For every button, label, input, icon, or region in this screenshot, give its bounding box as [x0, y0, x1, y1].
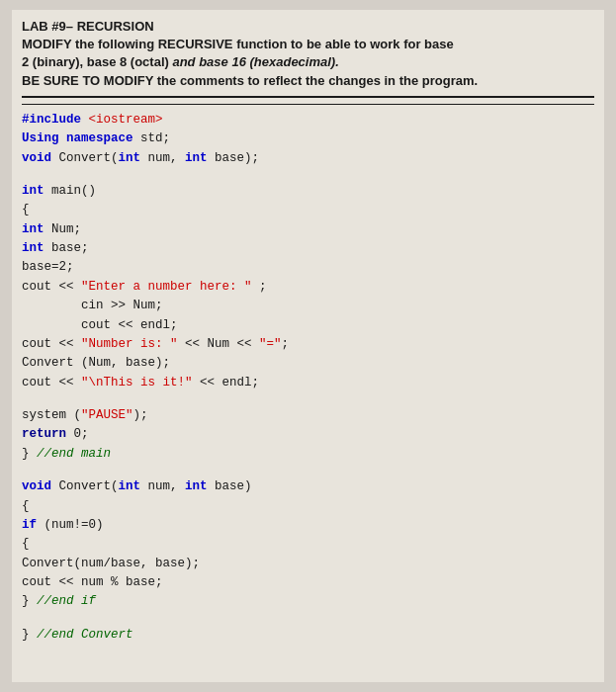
title-line4: BE SURE TO MODIFY the comments to reflec… [22, 72, 594, 90]
base-assign-line: base=2; [22, 258, 594, 277]
end-if-line: } //end if [22, 592, 594, 611]
empty2 [22, 392, 594, 406]
end-main-line: } //end main [22, 445, 594, 464]
title-line3: 2 (binary), base 8 (octal) and base 16 (… [22, 53, 594, 71]
int-base-line: int base; [22, 239, 594, 258]
title-line1: LAB #9– RECURSION [22, 18, 594, 36]
return0-line: return 0; [22, 425, 594, 444]
include-line: #include <iostream> [22, 111, 594, 130]
empty4 [22, 612, 594, 626]
be-sure-text: BE SURE TO MODIFY [22, 73, 153, 88]
code-block: #include <iostream> Using namespace std;… [22, 111, 594, 645]
convert-call-line: Convert (Num, base); [22, 354, 594, 373]
if-line: if (num!=0) [22, 516, 594, 535]
system-line: system ("PAUSE"); [22, 406, 594, 425]
divider-bottom [22, 104, 594, 105]
cin-line: cin >> Num; [22, 297, 594, 315]
title-rest: the comments to reflect the changes in t… [153, 73, 478, 88]
page-container: LAB #9– RECURSION MODIFY the following R… [12, 10, 604, 682]
empty1 [22, 168, 594, 182]
end-convert-line: } //end Convert [22, 626, 594, 645]
int-num-line: int Num; [22, 220, 594, 239]
cout-num-line: cout << num % base; [22, 573, 594, 592]
title-bold-italic: and base 16 (hexadecimal). [172, 54, 338, 69]
cout1-line: cout << "Enter a number here: " ; [22, 278, 594, 297]
brace2-line: { [22, 497, 594, 516]
int-main-line: int main() [22, 182, 594, 201]
convert-rec-line: Convert(num/base, base); [22, 555, 594, 573]
title-bold-part: 2 (binary), base 8 (octal) [22, 54, 172, 69]
title-section: LAB #9– RECURSION MODIFY the following R… [22, 18, 594, 90]
cout2-line: cout << "Number is: " << Num << "="; [22, 335, 594, 354]
title-line2: MODIFY the following RECURSIVE function … [22, 36, 594, 53]
void-convert-line: void Convert(int num, int base) [22, 477, 594, 496]
void-decl-line: void Convert(int num, int base); [22, 149, 594, 168]
cout3-line: cout << "\nThis is it!" << endl; [22, 374, 594, 392]
empty3 [22, 464, 594, 477]
cout-endl-line: cout << endl; [22, 316, 594, 335]
brace-open: { [22, 201, 594, 219]
brace3-line: { [22, 535, 594, 554]
using-line: Using namespace std; [22, 130, 594, 148]
divider-top [22, 96, 594, 98]
